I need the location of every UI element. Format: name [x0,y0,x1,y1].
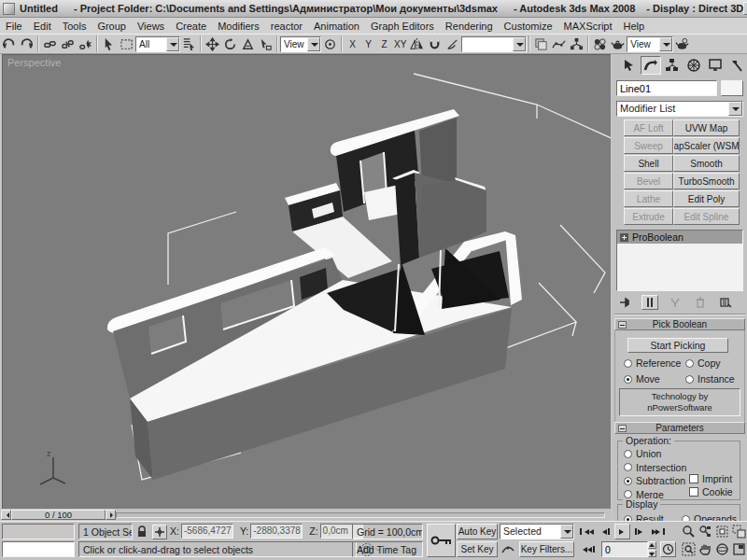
modifier-button[interactable]: Lathe [624,190,673,207]
tab-display[interactable] [705,56,726,75]
play-button[interactable] [614,524,630,539]
menu-item[interactable]: Views [132,21,170,32]
key-mode-dropdown[interactable]: Selected [500,524,574,539]
snaps-toggle-icon[interactable] [426,35,444,53]
next-frame-icon[interactable] [632,524,648,539]
add-time-tag[interactable]: Add Time Tag [352,541,423,557]
zoom-extents-icon[interactable] [714,524,730,539]
restrict-y-button[interactable]: Y [360,35,376,52]
tab-utilities[interactable] [726,56,747,75]
selection-region-icon[interactable] [118,35,135,53]
toggle-set-key-button[interactable] [427,524,456,557]
time-config-icon[interactable] [660,541,676,557]
go-to-end-icon[interactable] [650,524,666,539]
operation-radio[interactable]: Subtraction [624,475,686,486]
pick-boolean-radio[interactable]: Copy [685,357,743,369]
modifier-button[interactable]: Smooth [673,155,740,172]
operation-radio[interactable]: Union [624,448,686,459]
ref-coord-dropdown[interactable]: View [280,36,321,52]
maxscript-mini-listener-bottom[interactable] [2,541,75,557]
use-center-icon[interactable] [321,35,339,53]
pan-hand-icon[interactable] [698,541,713,557]
imprint-checkbox[interactable]: Imprint [689,473,732,484]
restrict-x-button[interactable]: X [345,35,360,52]
maxscript-mini-listener-top[interactable] [2,524,75,539]
menu-item[interactable]: Create [170,21,212,32]
pin-stack-icon[interactable] [616,295,633,310]
remove-modifier-icon[interactable] [692,295,709,310]
select-by-name-icon[interactable] [180,35,198,53]
restrict-z-button[interactable]: Z [376,35,392,52]
menu-item[interactable]: Customize [499,21,558,32]
go-to-start-icon[interactable] [579,524,595,539]
pick-boolean-radio[interactable]: Reference [624,357,685,369]
prev-frame-icon[interactable] [597,524,613,539]
menu-item[interactable]: Help [618,21,651,32]
pick-boolean-radio[interactable]: Move [624,373,685,385]
object-color-swatch[interactable] [721,80,743,96]
tab-hierarchy[interactable] [662,56,683,75]
schematic-view-icon[interactable] [568,35,585,53]
rollout-parameters[interactable]: Parameters [614,422,745,434]
unlink-icon[interactable] [59,35,77,53]
zoom-icon[interactable] [681,524,697,539]
selection-lock-icon[interactable] [136,525,148,539]
menu-item[interactable]: Group [92,21,132,32]
key-filters-button[interactable]: Key Filters... [519,541,574,557]
absolute-mode-icon[interactable] [152,525,167,539]
modifier-button[interactable]: Sweep [624,137,673,154]
bind-spacewarp-icon[interactable] [77,35,94,53]
layer-manager-icon[interactable] [532,35,550,53]
modifier-list-dropdown[interactable]: Modifier List [616,101,743,117]
key-filter-curve-icon[interactable] [500,541,515,557]
set-key-button[interactable]: Set Key [457,541,498,557]
modifier-button[interactable]: AF Loft [624,119,673,136]
min-max-toggle-icon[interactable] [731,541,747,557]
frame-spinner[interactable] [648,541,656,557]
select-link-icon[interactable] [41,35,59,53]
render-setup-icon[interactable] [609,35,627,53]
x-coord-field[interactable]: -5686,4727 [181,524,233,539]
redo-icon[interactable] [18,35,35,53]
y-coord-field[interactable]: -2880,3378 [250,524,303,539]
menu-item[interactable]: Animation [308,21,365,32]
modifier-button[interactable]: Edit Spline [673,208,740,225]
tab-modify[interactable] [641,56,661,75]
menu-item[interactable]: Rendering [440,21,499,32]
zoom-extents-all-icon[interactable] [731,524,747,539]
zoom-region-icon[interactable] [681,541,697,557]
modifier-button[interactable]: Bevel [624,173,673,189]
track-bar[interactable] [116,512,605,518]
undo-icon[interactable] [0,35,18,53]
configure-modifier-sets-icon[interactable] [717,295,734,310]
expand-icon[interactable] [620,233,628,242]
next-frame-arrow[interactable] [106,510,116,520]
rollout-pick-boolean[interactable]: Pick Boolean [614,318,745,330]
quick-render-icon[interactable] [673,35,691,53]
operation-radio[interactable]: Intersection [624,462,686,473]
mirror-icon[interactable] [408,35,426,53]
time-slider-handle[interactable]: 0 / 100 [11,510,106,520]
prev-frame-arrow[interactable] [1,510,11,520]
object-name-field[interactable] [616,80,717,96]
arc-rotate-icon[interactable] [714,541,730,557]
display-radio[interactable]: Result [624,513,682,521]
select-move-icon[interactable] [204,35,221,53]
menu-item[interactable]: reactor [265,21,308,32]
start-picking-button[interactable]: Start Picking [627,338,728,353]
show-end-result-icon[interactable] [641,295,658,310]
angle-snap-icon[interactable] [444,35,461,53]
menu-item[interactable]: File [0,21,28,32]
modifier-button[interactable]: apScaler (WSM [673,137,740,154]
pick-boolean-radio[interactable]: Instance [685,373,743,385]
select-rotate-icon[interactable] [221,35,239,53]
zoom-all-icon[interactable] [698,524,713,539]
select-object-icon[interactable] [100,35,118,53]
curve-editor-icon[interactable] [550,35,568,53]
minimize-button[interactable] [743,2,747,15]
menu-item[interactable]: Tools [57,21,92,32]
modifier-button[interactable]: TurboSmooth [673,173,740,189]
render-view-dropdown[interactable]: View [627,36,673,52]
restrict-xy-button[interactable]: XY [392,35,408,52]
tab-motion[interactable] [684,56,704,75]
